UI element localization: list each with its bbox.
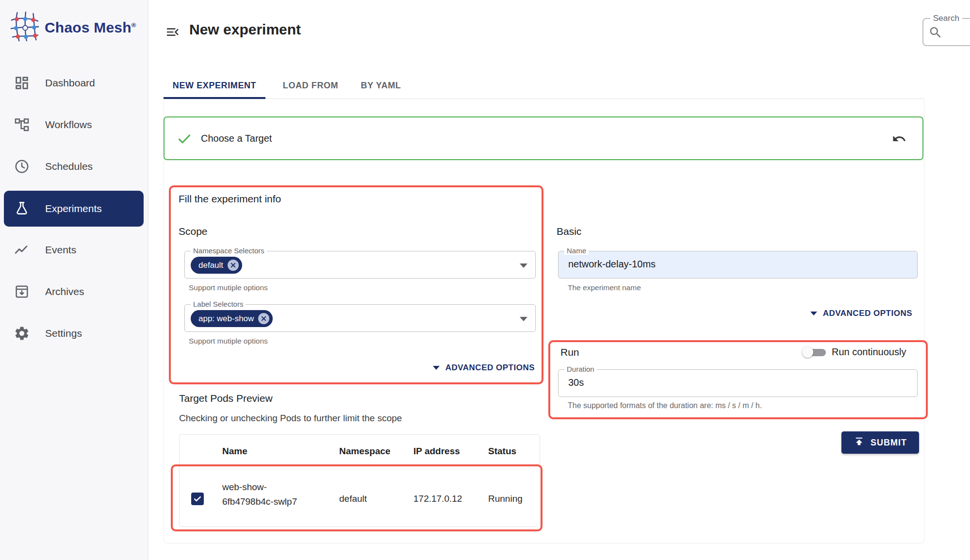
clock-icon [13,158,31,175]
label-selector-chip[interactable]: app: web-show [191,310,273,327]
run-continuously-toggle[interactable] [802,346,826,359]
sidebar-item-dashboard[interactable]: Dashboard [4,65,144,101]
tab-by-yaml[interactable]: BY YAML [352,73,410,98]
chevron-down-icon[interactable] [520,317,527,321]
duration-field-label: Duration [564,365,597,373]
sidebar-label: Schedules [45,161,93,172]
name-field-value: network-delay-10ms [568,259,656,270]
choose-target-title: Choose a Target [201,133,272,144]
label-selector-helper-text: Support mutiple options [189,337,268,346]
fill-experiment-info-title: Fill the experiment info [179,193,281,205]
gear-icon [13,325,31,342]
sidebar-item-archives[interactable]: Archives [4,274,144,310]
pod-status-cell: Running [488,494,523,504]
column-header-status: Status [488,446,516,457]
scope-heading: Scope [179,226,208,237]
basic-advanced-options[interactable]: ADVANCED OPTIONS [558,309,912,318]
pod-namespace-cell: default [339,494,367,504]
name-helper-text: The experiment name [568,283,641,292]
flask-icon [13,200,31,217]
name-field-label: Name [564,247,589,255]
basic-heading: Basic [557,226,581,237]
sidebar-item-schedules[interactable]: Schedules [4,148,144,184]
search-input[interactable]: Search [922,18,970,46]
submit-button[interactable]: SUBMIT [841,431,919,454]
duration-field-value: 30s [568,377,584,388]
sidebar-label: Settings [45,328,82,339]
chevron-down-icon[interactable] [520,264,527,268]
table-header-divider [180,465,540,466]
sidebar-label: Archives [45,286,84,297]
chaos-mesh-mesh-icon [10,11,40,45]
scope-advanced-options[interactable]: ADVANCED OPTIONS [184,363,535,373]
column-header-ip: IP address [413,446,460,457]
namespace-chip[interactable]: default [191,257,242,274]
choose-target-panel[interactable] [164,116,923,160]
target-pods-title: Target Pods Preview [179,393,273,404]
pod-name-cell: web-show-6fb4798b4c-swlp7 [222,480,312,509]
upload-icon [854,436,865,449]
sidebar-item-workflows[interactable]: Workflows [4,107,144,143]
advanced-options-label: ADVANCED OPTIONS [823,309,912,318]
namespace-selectors-field[interactable]: Namespace Selectors default [184,251,536,279]
sidebar-label: Events [45,244,76,256]
namespace-selectors-label: Namespace Selectors [191,247,267,255]
duration-field[interactable]: Duration 30s [558,369,918,397]
sidebar: Chaos Mesh® Dashboard Workflows Schedule… [0,0,148,560]
chip-delete-icon[interactable] [228,260,239,271]
target-pods-subtitle: Checking or unchecking Pods to further l… [179,413,402,424]
tab-load-from[interactable]: LOAD FROM [274,73,347,98]
search-input-label: Search [930,14,962,23]
check-icon [177,131,192,147]
column-header-name: Name [222,446,247,457]
chip-label: app: web-show [198,314,254,324]
undo-icon[interactable] [892,132,906,146]
sidebar-label: Experiments [45,203,102,214]
tab-new-experiment[interactable]: NEW EXPERIMENT [164,73,265,98]
submit-label: SUBMIT [871,438,907,448]
advanced-options-label: ADVANCED OPTIONS [445,363,535,373]
archive-icon [13,283,31,300]
brand-name: Chaos Mesh® [45,19,136,36]
caret-down-icon [433,366,440,370]
pod-checkbox[interactable] [191,493,204,505]
chip-delete-icon[interactable] [258,313,269,324]
run-heading: Run [560,346,579,358]
sidebar-label: Workflows [45,119,92,131]
trend-line-icon [13,241,31,259]
workflows-icon [13,116,31,133]
toggle-thumb [802,346,813,358]
caret-down-icon [810,312,817,315]
menu-fold-icon[interactable] [165,24,181,40]
search-icon [928,25,943,40]
namespace-helper-text: Support mutiple options [189,283,268,292]
experiment-name-field[interactable]: Name network-delay-10ms [558,251,918,279]
sidebar-item-experiments[interactable]: Experiments [4,191,144,227]
sidebar-item-settings[interactable]: Settings [4,315,144,351]
run-continuously-label: Run continuously [832,346,906,358]
pod-ip-cell: 172.17.0.12 [413,494,462,504]
sidebar-label: Dashboard [45,77,95,89]
sidebar-item-events[interactable]: Events [4,232,144,268]
duration-helper-text: The supported formats of the duration ar… [568,401,762,410]
label-selectors-field[interactable]: Label Selectors app: web-show [184,304,536,332]
column-header-namespace: Namespace [339,446,391,457]
label-selectors-label: Label Selectors [191,300,246,308]
chaos-mesh-app: { "colors": { "primary": "#1c2e66", "ann… [0,0,970,560]
dashboard-icon [13,74,31,92]
chip-label: default [198,261,223,270]
chaos-mesh-logo: Chaos Mesh® [10,11,136,45]
page-title: New experiment [189,21,301,38]
